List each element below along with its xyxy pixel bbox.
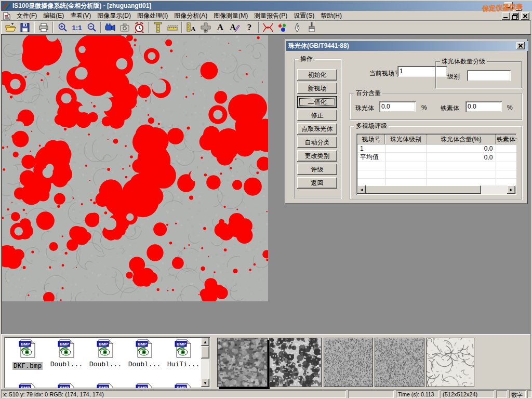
open-folder-icon [5,22,16,33]
col-pearlite-content: 珠光体含量(%) [427,135,496,144]
menu-file[interactable]: 文件(F) [14,10,40,21]
file-name[interactable]: Doubl... [126,361,163,368]
toolbar-separator [52,22,54,33]
file-name[interactable]: Doubl... [87,361,124,368]
file-vscrollbar[interactable]: ▲ ▼ [201,338,209,387]
window-title: IS100显微摄像系统(金相分析版) - [zhuguangti01] [12,2,151,10]
table-row[interactable]: 平均值 0.0 [357,153,516,162]
new-field-button[interactable]: 新视场 [297,83,337,94]
scroll-down-button[interactable]: ▼ [201,379,209,387]
rate-button[interactable]: 评级 [297,164,337,175]
zoom-in-icon [57,22,68,33]
file-listbox[interactable]: BMP DKF.bmp BMP Doubl... [4,337,210,388]
pearlite-dialog: 珠光体(GB/T9441-88) 操作 初始化 新视场 二值化 修正 点取珠光体… [285,39,528,204]
phase-marker-button[interactable] [275,21,290,34]
menu-edit[interactable]: 编辑(E) [40,10,67,21]
thumbnail-light-flakes[interactable] [426,338,474,387]
file-item[interactable]: BMP Doubl... [48,339,85,368]
table-row[interactable]: 1 0.0 [357,144,516,153]
edit-annotation-button[interactable]: A [228,21,242,34]
bmp-file-icon[interactable]: BMP [18,382,37,388]
auto-classify-button[interactable]: 自动分类 [297,137,337,148]
save-button[interactable] [18,21,32,34]
percent-group: 百分含量 珠光体 0.0 % 铁素体 0.0 % [350,93,522,120]
cell-ferrite [496,144,516,153]
file-item[interactable]: BMP Doubl... [126,339,163,368]
scroll-thumb[interactable] [201,346,209,358]
menu-view[interactable]: 查看(V) [67,10,94,21]
init-button[interactable]: 初始化 [297,69,337,81]
title-bar[interactable]: IS100显微摄像系统(金相分析版) - [zhuguangti01] [1,1,532,11]
camera-capture-button[interactable] [117,21,132,34]
menu-measure-report[interactable]: 测量报告(P) [251,10,290,21]
scroll-right-button[interactable]: ► [507,185,515,194]
change-class-button[interactable]: 更改类别 [297,150,337,162]
fill-brush-button[interactable] [304,21,319,34]
pen-nib-icon [293,22,301,33]
child-minimize-button[interactable] [502,12,510,20]
file-item[interactable]: BMP DKF.bmp [9,339,46,370]
thumbnail-dark-coarse[interactable] [217,338,268,387]
help-button[interactable]: ? [242,21,257,34]
save-floppy-icon [20,22,30,33]
return-button[interactable]: 返回 [297,177,337,189]
picker-pen-button[interactable] [290,21,304,34]
child-restore-button[interactable] [511,12,519,20]
metallographic-image[interactable] [2,35,268,301]
file-name[interactable]: Doubl... [48,361,85,368]
scroll-thumb[interactable] [366,185,481,194]
colored-dots-icon [277,22,288,33]
bmp-label: BMP [138,385,147,388]
file-item[interactable]: BMP Doubl... [87,339,124,368]
grain-boundary-button[interactable] [261,21,275,34]
menu-image-process[interactable]: 图像处理(I) [134,10,171,21]
menu-image-display[interactable]: 图像显示(D) [94,10,134,21]
zoom-out-button[interactable] [84,21,99,34]
ruler-measure-button[interactable] [165,21,180,34]
video-capture-button[interactable] [103,21,117,34]
percent-group-label: 百分含量 [354,89,382,97]
caliper-vertical-icon [153,22,163,33]
pearlite-percent-input[interactable]: 0.0 [379,101,416,112]
open-file-button[interactable] [3,21,18,34]
cell-content: 0.0 [427,153,496,162]
operation-group-label: 操作 [299,55,314,62]
binarize-button[interactable]: 二值化 [297,96,337,108]
scroll-up-button[interactable]: ▲ [201,338,209,346]
child-close-button[interactable] [521,12,529,20]
file-name[interactable]: HuiTi... [165,361,202,368]
text-annotation-button[interactable]: A [213,21,228,34]
pick-pearlite-button[interactable]: 点取珠光体 [297,123,337,135]
grading-group: 珠光体数量分级 级别 [435,61,522,88]
menu-help[interactable]: 帮助(H) [317,10,345,21]
dialog-title-bar[interactable]: 珠光体(GB/T9441-88) [286,41,528,51]
bmp-file-icon[interactable]: BMP [174,382,193,388]
level-input[interactable] [467,70,511,81]
thumbnail-light-coarse[interactable] [269,338,322,387]
actual-size-button[interactable]: 1:1 [70,21,84,34]
table-hscrollbar[interactable]: ◄ ► [357,185,515,194]
bmp-file-icon[interactable]: BMP [96,382,115,388]
thumbnail-fine-speckle[interactable] [324,338,373,387]
ferrite-percent-input[interactable]: 0.0 [466,101,502,112]
menu-settings[interactable]: 设置(S) [290,10,317,21]
dialog-close-button[interactable] [516,42,525,49]
cell-grade [385,153,427,162]
correct-button[interactable]: 修正 [297,110,337,121]
bmp-file-icon[interactable]: BMP [57,382,76,388]
measure-scale-button[interactable]: A [184,21,198,34]
menu-image-analysis[interactable]: 图像分析(A) [171,10,210,21]
caliper-measure-button[interactable] [151,21,165,34]
bmp-label: BMP [60,342,69,347]
file-item[interactable]: BMP HuiTi... [165,339,202,368]
print-button[interactable] [36,21,51,34]
bmp-file-icon[interactable]: BMP [135,382,154,388]
status-position: x: 510 y: 79 idx: 0 RGB: (174, 174, 174) [1,390,346,398]
timer-button[interactable] [132,21,147,34]
merge-cross-button[interactable] [198,21,213,34]
thumbnail-fine-speckle[interactable] [375,338,424,387]
file-name[interactable]: DKF.bmp [12,362,43,370]
zoom-in-button[interactable] [55,21,70,34]
scroll-left-button[interactable]: ◄ [357,185,366,194]
menu-image-measure[interactable]: 图像测量(M) [210,10,251,21]
